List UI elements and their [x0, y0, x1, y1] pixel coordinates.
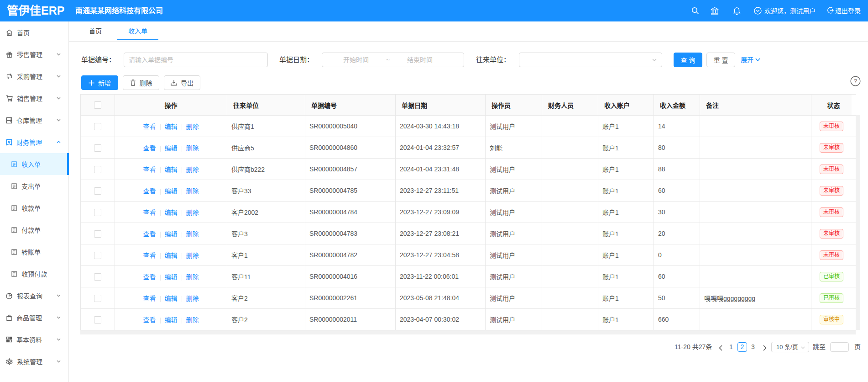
svg-text:?: ? — [854, 78, 857, 85]
